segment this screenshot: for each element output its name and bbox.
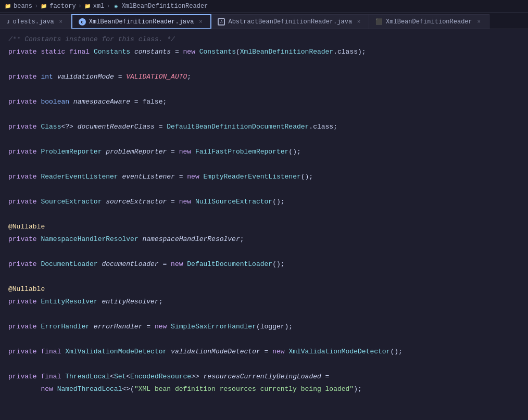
line-text: private boolean namespaceAware = false; <box>0 96 528 108</box>
line-text <box>0 334 528 345</box>
code-line: private ProblemReporter problemReporter … <box>0 146 528 158</box>
breadcrumb-label: factory <box>49 3 76 10</box>
line-text: private int validationMode = VALIDATION_… <box>0 71 528 83</box>
tab-close-button[interactable]: × <box>57 18 65 26</box>
breadcrumb: 📁 beans › 📁 factory › 📁 xml › ◉ XmlBeanD… <box>0 0 528 12</box>
code-line <box>0 158 528 171</box>
line-text <box>0 109 528 120</box>
code-line <box>0 308 528 321</box>
breadcrumb-label: XmlBeanDefinitionReader <box>122 3 208 10</box>
code-line <box>0 358 528 371</box>
line-text <box>0 184 528 195</box>
tab-label: oTests.java <box>13 18 54 26</box>
code-line: /** Constants instance for this class. *… <box>0 33 528 46</box>
code-line: private ReaderEventListener eventListene… <box>0 171 528 183</box>
tab-close-button[interactable]: × <box>475 18 483 26</box>
tab-xmlbeandefinitionreader2[interactable]: ⬛ XmlBeanDefinitionReader × <box>369 14 489 29</box>
tab-label: AbstractBeanDefinitionReader.java <box>228 18 352 26</box>
line-text <box>0 209 528 220</box>
tab-icon: ⬛ <box>375 18 383 25</box>
breadcrumb-sep: › <box>106 3 110 10</box>
breadcrumb-label: beans <box>14 3 32 10</box>
code-line: private static final Constants constants… <box>0 46 528 58</box>
line-text <box>0 359 528 370</box>
package-icon: 📁 <box>40 3 47 10</box>
breadcrumb-item-xml[interactable]: 📁 xml <box>84 3 105 10</box>
line-text: new NamedThreadLocal<>("XML bean definit… <box>0 384 528 395</box>
code-line: private NamespaceHandlerResolver namespa… <box>0 233 528 246</box>
code-line: private final XmlValidationModeDetector … <box>0 346 528 358</box>
code-line <box>0 83 528 96</box>
tab-icon: J <box>6 19 10 25</box>
code-line: private final ThreadLocal<Set<EncodedRes… <box>0 371 528 383</box>
package-icon: 📁 <box>84 3 91 10</box>
tab-bar: J oTests.java × C XmlBeanDefinitionReade… <box>0 12 528 29</box>
breadcrumb-item-class[interactable]: ◉ XmlBeanDefinitionReader <box>112 3 208 10</box>
code-line <box>0 208 528 221</box>
tab-xmlbeandefinitionreader[interactable]: C XmlBeanDefinitionReader.java × <box>71 14 212 29</box>
line-text: private ErrorHandler errorHandler = new … <box>0 321 528 333</box>
line-text: private static final Constants constants… <box>0 46 528 58</box>
tab-close-button[interactable]: × <box>197 18 204 26</box>
line-text: private final ThreadLocal<Set<EncodedRes… <box>0 371 528 383</box>
line-text: private DocumentLoader documentLoader = … <box>0 259 528 270</box>
line-text: private NamespaceHandlerResolver namespa… <box>0 234 528 245</box>
code-line: private SourceExtractor sourceExtractor … <box>0 196 528 208</box>
tab-icon: A <box>218 18 225 26</box>
tab-label: XmlBeanDefinitionReader.java <box>89 18 194 26</box>
code-line: private ErrorHandler errorHandler = new … <box>0 321 528 333</box>
line-text: private EntityResolver entityResolver; <box>0 296 528 308</box>
line-text <box>0 134 528 145</box>
code-line: new NamedThreadLocal<>("XML bean definit… <box>0 383 528 396</box>
line-text: private ProblemReporter problemReporter … <box>0 146 528 158</box>
line-text <box>0 84 528 95</box>
tab-close-button[interactable]: × <box>355 18 362 26</box>
code-line <box>0 58 528 71</box>
tab-icon: C <box>79 18 86 26</box>
code-line <box>0 108 528 121</box>
code-line <box>0 183 528 196</box>
code-line <box>0 333 528 346</box>
code-editor[interactable]: /** Constants instance for this class. *… <box>0 29 528 420</box>
line-text <box>0 309 528 320</box>
line-text <box>0 271 528 283</box>
code-line <box>0 271 528 283</box>
line-text: @Nullable <box>0 284 528 295</box>
breadcrumb-label: xml <box>93 3 105 10</box>
tab-label: XmlBeanDefinitionReader <box>386 18 472 26</box>
line-text: private final XmlValidationModeDetector … <box>0 346 528 358</box>
code-line: private int validationMode = VALIDATION_… <box>0 71 528 83</box>
breadcrumb-item-beans[interactable]: 📁 beans <box>4 3 32 10</box>
line-text <box>0 159 528 170</box>
breadcrumb-item-factory[interactable]: 📁 factory <box>40 3 76 10</box>
code-line: private EntityResolver entityResolver; <box>0 296 528 308</box>
code-line: private boolean namespaceAware = false; <box>0 96 528 108</box>
class-icon: ◉ <box>112 3 120 10</box>
package-icon: 📁 <box>4 3 11 10</box>
code-line: @Nullable <box>0 283 528 296</box>
line-text: private SourceExtractor sourceExtractor … <box>0 196 528 208</box>
line-text <box>0 59 528 70</box>
code-line: private Class<?> documentReaderClass = D… <box>0 121 528 133</box>
code-line: @Nullable <box>0 221 528 233</box>
line-text: private ReaderEventListener eventListene… <box>0 171 528 183</box>
tab-otests[interactable]: J oTests.java × <box>0 14 71 29</box>
tab-abstractbeandefinitionreader[interactable]: A AbstractBeanDefinitionReader.java × <box>211 14 369 29</box>
line-text <box>0 246 528 258</box>
code-line <box>0 246 528 258</box>
line-text: private Class<?> documentReaderClass = D… <box>0 121 528 133</box>
breadcrumb-sep: › <box>78 3 82 10</box>
line-text: @Nullable <box>0 221 528 233</box>
breadcrumb-sep: › <box>34 3 38 10</box>
line-text: /** Constants instance for this class. *… <box>0 34 528 45</box>
code-line <box>0 133 528 146</box>
code-line: private DocumentLoader documentLoader = … <box>0 258 528 271</box>
